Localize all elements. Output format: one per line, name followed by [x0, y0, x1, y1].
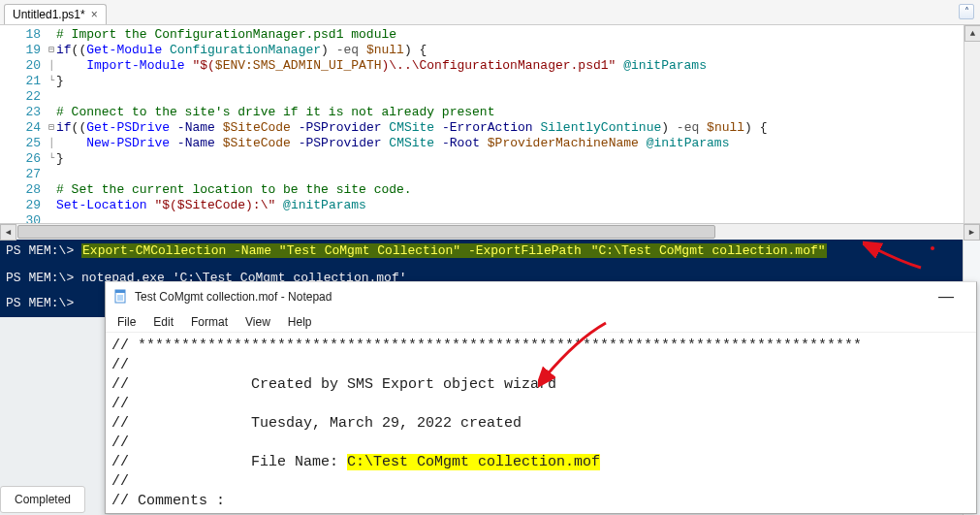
editor-horizontal-scrollbar[interactable]: ◀ ▶	[0, 223, 980, 240]
menu-format[interactable]: Format	[183, 313, 236, 331]
code-content[interactable]: # Import the ConfigurationManager.psd1 m…	[56, 25, 980, 223]
notepad-body[interactable]: // *************************************…	[106, 333, 976, 513]
tab-title: Untitled1.ps1*	[13, 8, 85, 21]
code-editor[interactable]: 18 19 20 21 22 23 24 25 26 27 28 29 30 ⊟…	[0, 25, 980, 223]
scroll-left-icon[interactable]: ◀	[0, 224, 16, 241]
menu-view[interactable]: View	[237, 313, 278, 331]
menu-help[interactable]: Help	[280, 313, 320, 331]
status-completed: Completed	[0, 486, 85, 513]
line-number-gutter: 18 19 20 21 22 23 24 25 26 27 28 29 30	[0, 25, 47, 223]
console-line: PS MEM:\> Export-CMCollection -Name "Tes…	[0, 241, 980, 261]
menu-edit[interactable]: Edit	[145, 313, 181, 331]
menu-file[interactable]: File	[110, 313, 143, 331]
close-tab-icon[interactable]: ×	[91, 8, 98, 21]
scroll-right-icon[interactable]: ▶	[964, 224, 980, 241]
fold-toggle-icon[interactable]: ⊟	[47, 43, 56, 58]
file-tab-untitled[interactable]: Untitled1.ps1* ×	[4, 4, 107, 24]
svg-rect-1	[115, 290, 125, 293]
fold-toggle-icon[interactable]: ⊟	[47, 120, 56, 136]
notepad-icon	[113, 289, 129, 305]
editor-vertical-scrollbar[interactable]: ▲	[964, 25, 980, 223]
notepad-titlebar[interactable]: Test CoMgmt collection.mof - Notepad —	[106, 282, 976, 311]
tab-scroll-button[interactable]: ˄	[959, 4, 974, 19]
notepad-title-text: Test CoMgmt collection.mof - Notepad	[135, 290, 332, 304]
notepad-menubar: File Edit Format View Help	[106, 311, 976, 333]
minimize-button[interactable]: —	[924, 282, 968, 311]
tab-bar: Untitled1.ps1* × ˄	[0, 0, 980, 25]
status-text: Completed	[15, 493, 71, 506]
notepad-window: Test CoMgmt collection.mof - Notepad — F…	[105, 281, 977, 514]
fold-gutter: ⊟ │ └ ⊟ │ └	[47, 25, 56, 223]
scrollbar-thumb[interactable]	[17, 225, 715, 239]
scroll-up-icon[interactable]: ▲	[964, 25, 980, 42]
